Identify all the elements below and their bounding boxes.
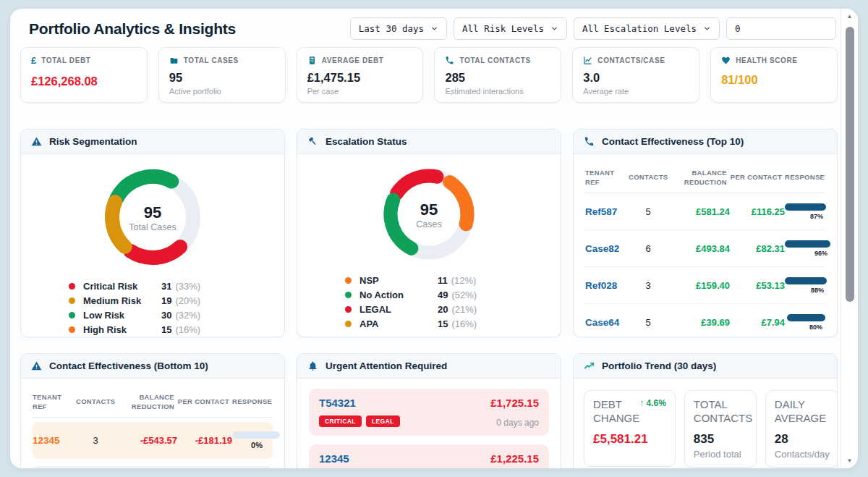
balance-reduction-cell: £581.24 [668, 206, 730, 217]
min-value-input[interactable]: 0 [726, 17, 836, 40]
tenant-ref-link[interactable]: Ref028 [585, 280, 629, 291]
column-header: RESPONSE RATE [232, 397, 273, 406]
phone-icon [445, 56, 454, 65]
legend-percent: (33%) [175, 281, 200, 292]
kpi-label: CONTACTS/CASE [597, 56, 665, 64]
case-ref-link[interactable]: 12345 [319, 452, 400, 465]
table-rows: Ref587 5 £581.24 £116.25 87% Case82 6 £4… [585, 193, 825, 337]
trend-metric-cards: DEBT CHANGE ↑ 4.6% £5,581.21 TOTAL CONTA… [574, 379, 837, 468]
legend-value: 15 [161, 324, 171, 335]
kpi-sublabel: Per case [307, 87, 413, 96]
kpi-value: £126,268.08 [31, 75, 137, 88]
escalation-filter-select[interactable]: All Escalation Levels [574, 17, 720, 40]
case-amount: £1,725.15 [490, 397, 539, 409]
delta-up-indicator: ↑ 4.6% [639, 398, 666, 408]
response-rate-bar [785, 203, 826, 211]
legend-percent: (52%) [451, 290, 477, 300]
legend-value: 19 [161, 295, 171, 306]
trend-up-icon [584, 360, 595, 371]
filter-bar: Last 30 days All Risk Levels All Escalat… [350, 17, 836, 40]
response-rate-label: 0% [251, 441, 263, 449]
column-header: TENANT REF [33, 393, 76, 411]
legend-dot [69, 283, 75, 290]
response-rate-bar [785, 240, 830, 248]
legend-value: 49 [438, 290, 448, 300]
donut-center-label: Total Cases [129, 222, 176, 232]
risk-badge: CRITICAL [319, 415, 362, 427]
per-contact-cell: £82.31 [730, 243, 785, 254]
chevron-down-icon [703, 25, 711, 33]
kpi-value: 285 [445, 71, 550, 85]
period-filter-select[interactable]: Last 30 days [350, 17, 447, 40]
risk-badge: LEGAL [366, 415, 400, 427]
vertical-scrollbar[interactable]: ▲ ▼ [841, 9, 858, 468]
warning-triangle-icon [31, 136, 42, 147]
kpi-card: AVERAGE DEBT £1,475.15 Per case [297, 47, 424, 103]
legend-item: No Action 49 (52%) [345, 287, 513, 302]
heart-icon [721, 56, 731, 65]
table-row: Case82 6 £493.84 £82.31 96% [585, 230, 825, 267]
contacts-cell: 3 [629, 280, 668, 291]
legend-dot [69, 326, 75, 333]
legend-item: High Risk 15 (16%) [69, 322, 237, 337]
legend-value: 11 [438, 275, 448, 286]
case-ref-link[interactable]: T54321 [319, 397, 400, 409]
legend-label: LEGAL [359, 304, 438, 315]
tenant-ref-link[interactable]: Ref587 [585, 206, 629, 217]
calculator-icon [307, 56, 317, 65]
scroll-up-arrow-icon[interactable]: ▲ [841, 13, 858, 20]
legend-label: APA [359, 318, 438, 329]
scroll-down-arrow-icon[interactable]: ▼ [841, 457, 858, 464]
per-contact-cell: £116.25 [730, 206, 785, 217]
tenant-ref-link[interactable]: Case64 [585, 317, 629, 328]
trend-metric-value: £5,581.21 [593, 432, 666, 447]
donut-center-value: 95 [420, 202, 438, 218]
legend-value: 31 [161, 281, 171, 292]
legend-percent: (20%) [175, 295, 200, 306]
urgent-case-card[interactable]: T54321 CRITICALLEGAL £1,725.15 0 days ag… [309, 389, 549, 436]
table-row: Ref587 5 £581.24 £116.25 87% [585, 193, 825, 230]
tenant-ref-link[interactable]: 12345 [33, 435, 76, 446]
legend-label: Medium Risk [83, 295, 161, 306]
panel-escalation-status: Escalation Status 95 Cases NSP 11 (12%) [297, 129, 561, 337]
scrollbar-thumb[interactable] [846, 27, 854, 302]
table-row-partial [33, 466, 273, 468]
table-header-row: TENANT REFCONTACTSBALANCE REDUCTIONPER C… [33, 387, 273, 418]
response-rate-label: 88% [811, 287, 824, 294]
kpi-label: HEALTH SCORE [736, 56, 797, 64]
urgent-case-card[interactable]: 12345 CRITICALLEGAL £1,225.15 0 days ago [309, 444, 549, 468]
column-header: CONTACTS [76, 397, 115, 406]
column-header: PER CONTACT [730, 173, 785, 182]
bell-icon [307, 360, 318, 371]
panel-contact-effectiveness-top: Contact Effectiveness (Top 10) TENANT RE… [573, 129, 838, 337]
panel-contact-effectiveness-bottom: Contact Effectiveness (Bottom 10) TENANT… [20, 353, 285, 468]
tenant-ref-link[interactable]: Case82 [585, 243, 629, 254]
warning-triangle-icon [31, 360, 42, 371]
column-header: PER CONTACT [177, 397, 232, 406]
kpi-row: £ TOTAL DEBT £126,268.08 TOTAL CASES 95 … [20, 47, 838, 103]
legend-percent: (21%) [451, 304, 477, 315]
kpi-card: HEALTH SCORE 81/100 [710, 47, 838, 103]
column-header: RESPONSE RATE [785, 173, 825, 182]
charts-row: Risk Segmentation 95 Total Cases Critica… [20, 129, 838, 337]
case-age: 0 days ago [490, 418, 539, 428]
kpi-label: TOTAL CONTACTS [459, 56, 530, 64]
risk-filter-select[interactable]: All Risk Levels [454, 17, 567, 40]
response-rate-bar [232, 431, 280, 439]
legend-item: LEGAL 20 (21%) [345, 302, 513, 316]
response-rate-bar [787, 314, 825, 321]
legend-dot [69, 297, 75, 304]
kpi-label: AVERAGE DEBT [322, 56, 384, 64]
legend-value: 15 [438, 318, 448, 329]
kpi-label: TOTAL DEBT [41, 56, 90, 64]
escalation-filter-value: All Escalation Levels [582, 23, 697, 34]
per-contact-cell: -£181.19 [177, 435, 232, 446]
legend-label: Critical Risk [83, 281, 161, 292]
kpi-value: 81/100 [721, 73, 827, 87]
trend-metric-value: 835 [694, 432, 747, 447]
kpi-card: CONTACTS/CASE 3.0 Average rate [572, 47, 699, 103]
contacts-cell: 3 [76, 435, 115, 446]
urgent-case-list: T54321 CRITICALLEGAL £1,725.15 0 days ag… [297, 379, 561, 468]
legend-dot [345, 292, 352, 298]
column-header: CONTACTS [629, 173, 668, 182]
